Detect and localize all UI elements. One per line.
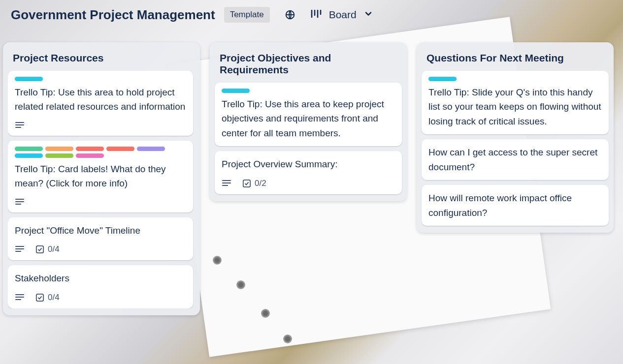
svg-rect-3 xyxy=(243,180,250,187)
card-badges: 0/2 xyxy=(222,179,395,188)
svg-rect-1 xyxy=(36,246,43,253)
card-badges xyxy=(15,121,186,130)
description-icon xyxy=(222,179,231,188)
card[interactable]: Trello Tip: Use this area to keep projec… xyxy=(215,83,402,146)
card-badges xyxy=(15,198,186,207)
label-red[interactable] xyxy=(106,147,134,151)
svg-rect-2 xyxy=(36,294,43,301)
card-labels xyxy=(222,89,395,93)
card[interactable]: Trello Tip: Slide your Q's into this han… xyxy=(422,71,609,134)
view-switcher[interactable]: Board xyxy=(310,9,373,21)
card-text: How will remote work impact office confi… xyxy=(428,191,602,220)
card-text: Project Overview Summary: xyxy=(222,157,395,171)
card-text: Trello Tip: Use this area to keep projec… xyxy=(222,97,395,140)
label-red[interactable] xyxy=(76,147,104,151)
label-orange[interactable] xyxy=(45,147,73,151)
label-blue[interactable] xyxy=(428,77,457,81)
card-text: Trello Tip: Slide your Q's into this han… xyxy=(428,85,602,128)
label-pink[interactable] xyxy=(76,153,104,158)
checklist-count: 0/2 xyxy=(255,179,266,188)
card[interactable]: Project "Office Move" Timeline 0/4 xyxy=(8,217,193,260)
list-cards: Trello Tip: Use this area to keep projec… xyxy=(215,83,402,194)
checklist-badge: 0/4 xyxy=(35,293,60,303)
board-header: Government Project Management Template B… xyxy=(0,0,623,30)
card-labels xyxy=(15,147,186,158)
list-title[interactable]: Project Resources xyxy=(8,49,195,71)
description-icon xyxy=(15,293,25,302)
label-green[interactable] xyxy=(15,147,43,151)
chevron-down-icon xyxy=(363,9,373,21)
card[interactable]: Trello Tip: Use this area to hold projec… xyxy=(8,71,193,136)
list-title[interactable]: Project Objectives and Requirements xyxy=(215,49,402,83)
board-title[interactable]: Government Project Management xyxy=(11,7,215,23)
card[interactable]: How can I get access to the super secret… xyxy=(422,139,609,180)
list-title[interactable]: Questions For Next Meeting xyxy=(422,49,609,71)
label-blue[interactable] xyxy=(222,89,250,93)
board-lists: Project Resources Trello Tip: Use this a… xyxy=(0,30,623,315)
card[interactable]: Stakeholders 0/4 xyxy=(8,265,193,308)
visibility-public-icon[interactable] xyxy=(285,9,295,20)
card-text: Trello Tip: Use this area to hold projec… xyxy=(15,85,186,114)
card-text: Stakeholders xyxy=(15,271,186,285)
list-cards: Trello Tip: Slide your Q's into this han… xyxy=(422,71,609,226)
card[interactable]: How will remote work impact office confi… xyxy=(422,185,609,226)
description-icon xyxy=(15,198,25,207)
card-text: How can I get access to the super secret… xyxy=(428,145,602,174)
label-purple[interactable] xyxy=(137,147,165,151)
card-badges: 0/4 xyxy=(15,244,186,254)
checklist-count: 0/4 xyxy=(48,293,60,303)
label-blue[interactable] xyxy=(15,77,43,81)
view-label: Board xyxy=(329,9,357,21)
list-cards[interactable]: Trello Tip: Use this area to hold projec… xyxy=(8,71,195,308)
description-icon xyxy=(15,121,25,130)
card-labels xyxy=(15,77,186,81)
card[interactable]: Trello Tip: Card labels! What do they me… xyxy=(8,141,193,212)
card-badges: 0/4 xyxy=(15,293,186,303)
card-labels xyxy=(428,77,602,81)
description-icon xyxy=(15,245,25,254)
board-view-icon xyxy=(310,9,322,21)
list-project-objectives: Project Objectives and Requirements Trel… xyxy=(210,42,407,201)
label-blue[interactable] xyxy=(15,153,43,158)
card-text: Project "Office Move" Timeline xyxy=(15,223,186,238)
template-badge[interactable]: Template xyxy=(224,7,270,23)
decorative-hole xyxy=(283,334,292,343)
list-project-resources: Project Resources Trello Tip: Use this a… xyxy=(3,42,200,315)
checklist-badge: 0/4 xyxy=(35,244,60,254)
checklist-badge: 0/2 xyxy=(242,179,266,188)
list-questions-next-meeting: Questions For Next Meeting Trello Tip: S… xyxy=(417,42,614,233)
checklist-count: 0/4 xyxy=(48,244,60,254)
card[interactable]: Project Overview Summary: 0/2 xyxy=(215,151,402,194)
card-text: Trello Tip: Card labels! What do they me… xyxy=(15,162,186,191)
label-lime[interactable] xyxy=(45,153,73,158)
